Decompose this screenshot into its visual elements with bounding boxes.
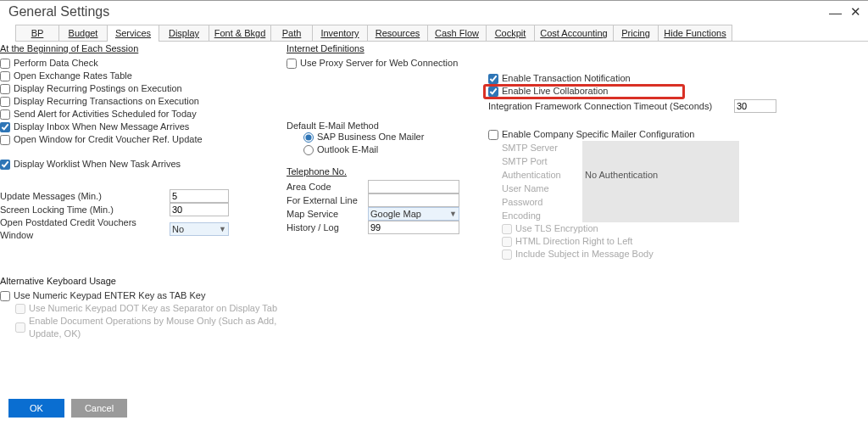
tab-cash-flow[interactable]: Cash Flow — [427, 25, 487, 41]
mailer-opt-label: Use TLS Encryption — [515, 222, 598, 235]
timeout-input[interactable] — [734, 99, 776, 113]
user-name-input — [582, 182, 739, 195]
smtp-port-label: SMTP Port — [502, 155, 582, 168]
update-msgs-label: Update Messages (Min.) — [0, 190, 170, 203]
area-code-input[interactable] — [368, 180, 459, 193]
tab-inventory[interactable]: Inventory — [312, 25, 368, 41]
worklist-label: Display Worklist When New Task Arrives — [14, 158, 181, 171]
screen-lock-label: Screen Locking Time (Min.) — [0, 204, 170, 216]
txn-notif-label: Enable Transaction Notification — [502, 72, 631, 85]
session-checkbox[interactable] — [0, 59, 10, 69]
encoding-input — [582, 209, 739, 222]
session-item-label: Open Exchange Rates Table — [14, 70, 132, 82]
ok-button[interactable]: OK — [8, 399, 64, 418]
mailer-opt-checkbox — [502, 224, 512, 234]
tab-resources[interactable]: Resources — [367, 25, 428, 41]
email-header: Default E-Mail Method — [287, 121, 481, 131]
email-method-radio[interactable] — [303, 132, 314, 143]
postdated-label: Open Postdated Credit Vouchers Window — [0, 216, 170, 242]
session-header: At the Beginning of Each Session — [0, 43, 280, 53]
mailer-opt-label: HTML Direction Right to Left — [515, 235, 632, 248]
session-checkbox[interactable] — [0, 122, 10, 132]
timeout-label: Integration Framework Connection Timeout… — [488, 100, 734, 113]
history-log-label: History / Log — [287, 221, 368, 234]
tab-font-bkgd[interactable]: Font & Bkgd — [209, 25, 271, 41]
worklist-checkbox[interactable] — [0, 160, 10, 170]
auth-label: Authentication — [502, 169, 582, 182]
tab-cockpit[interactable]: Cockpit — [486, 25, 535, 41]
chevron-down-icon: ▼ — [449, 208, 457, 221]
smtp-port-input — [582, 154, 739, 168]
smtp-server-input — [582, 141, 739, 154]
mailer-opt-checkbox — [502, 237, 512, 247]
tab-budget[interactable]: Budget — [58, 25, 108, 41]
email-method-label: Outlook E-Mail — [317, 143, 378, 156]
update-msgs-input[interactable] — [170, 189, 229, 203]
external-line-input[interactable] — [368, 193, 459, 207]
session-checkbox[interactable] — [0, 135, 10, 145]
session-item-label: Display Recurring Transactions on Execut… — [14, 95, 199, 108]
session-item-label: Display Inbox When New Message Arrives — [14, 121, 189, 133]
mailer-enable-checkbox[interactable] — [488, 130, 498, 140]
area-code-label: Area Code — [287, 181, 368, 193]
screen-lock-input[interactable] — [170, 203, 229, 216]
internet-header: Internet Definitions — [287, 43, 481, 53]
session-checkbox[interactable] — [0, 109, 10, 120]
alt-kb-sub-label: Enable Document Operations by Mouse Only… — [29, 315, 280, 340]
encoding-label: Encoding — [502, 210, 582, 222]
proxy-label: Use Proxy Server for Web Connection — [300, 57, 458, 70]
tab-hide-functions[interactable]: Hide Functions — [658, 25, 732, 41]
alt-kb-main-checkbox[interactable] — [0, 291, 10, 301]
session-item-label: Display Recurring Postings on Execution — [14, 82, 182, 95]
map-service-select[interactable]: Google Map▼ — [368, 207, 459, 221]
password-input — [582, 195, 739, 209]
user-name-label: User Name — [502, 182, 582, 195]
external-line-label: For External Line — [287, 194, 368, 207]
session-item-label: Send Alert for Activities Scheduled for … — [14, 108, 197, 121]
alt-kb-main-label: Use Numeric Keypad ENTER Key as TAB Key — [14, 289, 205, 302]
auth-input — [582, 168, 739, 182]
close-icon[interactable]: ✕ — [850, 4, 861, 20]
window-title: General Settings — [8, 4, 109, 20]
map-service-label: Map Service — [287, 208, 368, 221]
mailer-enable-label: Enable Company Specific Mailer Configura… — [502, 128, 694, 141]
tab-cost-accounting[interactable]: Cost Accounting — [534, 25, 614, 41]
postdated-select[interactable]: No▼ — [170, 222, 229, 236]
session-item-label: Open Window for Credit Voucher Ref. Upda… — [14, 133, 203, 146]
alt-kb-sub-label: Use Numeric Keypad DOT Key as Separator … — [29, 302, 277, 315]
alt-kb-header: Alternative Keyboard Usage — [0, 276, 280, 286]
tab-path[interactable]: Path — [270, 25, 313, 41]
proxy-checkbox[interactable] — [287, 59, 297, 69]
email-method-label: SAP Business One Mailer — [317, 131, 424, 143]
session-checkbox[interactable] — [0, 84, 10, 94]
history-log-input[interactable] — [368, 221, 459, 234]
minimize-icon[interactable]: — — [829, 5, 842, 20]
tab-pricing[interactable]: Pricing — [613, 25, 659, 41]
chevron-down-icon: ▼ — [219, 223, 226, 236]
alt-kb-sub-checkbox — [15, 304, 25, 314]
tab-display[interactable]: Display — [159, 25, 209, 41]
highlight-box — [483, 84, 685, 99]
password-label: Password — [502, 196, 582, 209]
session-checkbox[interactable] — [0, 71, 10, 81]
email-method-radio[interactable] — [303, 145, 314, 155]
session-checkbox[interactable] — [0, 97, 10, 107]
session-item-label: Perform Data Check — [14, 57, 98, 70]
smtp-server-label: SMTP Server — [502, 142, 582, 154]
tab-bp[interactable]: BP — [15, 25, 59, 41]
txn-notif-checkbox[interactable] — [488, 74, 498, 84]
alt-kb-sub-checkbox — [15, 322, 25, 333]
cancel-button[interactable]: Cancel — [71, 399, 127, 418]
tab-services[interactable]: Services — [107, 25, 159, 41]
telephone-header: Telephone No. — [287, 166, 481, 177]
mailer-opt-label: Include Subject in Message Body — [515, 248, 654, 261]
mailer-opt-checkbox — [502, 249, 512, 260]
